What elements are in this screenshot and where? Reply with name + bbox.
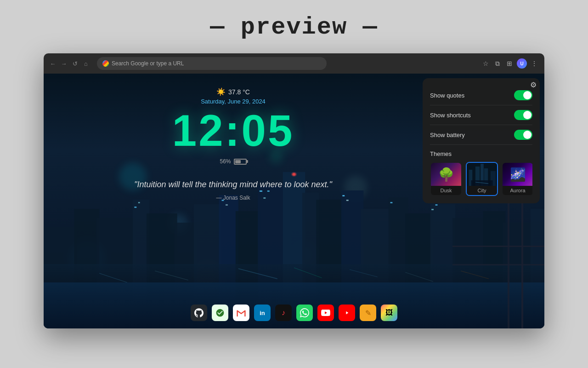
show-shortcuts-row: Show shortcuts	[430, 105, 532, 125]
tree-icon: 🌳	[431, 163, 461, 186]
svg-rect-34	[431, 209, 434, 210]
weather-icon: ☀️	[216, 87, 226, 96]
theme-city-label: City	[467, 186, 497, 195]
weather-row: ☀️ 37.8 °C	[216, 87, 250, 96]
show-quotes-toggle[interactable]	[514, 90, 532, 100]
google-icon	[102, 60, 109, 67]
show-shortcuts-toggle[interactable]	[514, 110, 532, 120]
svg-rect-35	[435, 204, 438, 206]
dock-github[interactable]	[191, 305, 207, 321]
battery-percent: 56%	[220, 158, 231, 165]
show-battery-toggle[interactable]	[514, 130, 532, 140]
svg-rect-54	[471, 180, 492, 186]
theme-city-preview	[467, 163, 497, 186]
dock-readwise[interactable]	[212, 305, 228, 321]
show-quotes-row: Show quotes	[430, 86, 532, 105]
themes-row: 🌳 Dusk	[430, 162, 532, 196]
address-bar[interactable]: Search Google or type a URL	[97, 57, 327, 70]
battery-icon	[234, 159, 247, 165]
menu-icon[interactable]: ⋮	[530, 59, 539, 68]
nav-refresh-button[interactable]: ↺	[71, 60, 79, 67]
photos-icon: 🖼	[385, 309, 393, 317]
aurora-icon: 🌌	[503, 163, 532, 186]
railing-svg	[452, 190, 544, 328]
browser-window: ← → ↺ ⌂ Search Google or type a URL ☆ ⧉ …	[44, 53, 544, 328]
bookmark-icon[interactable]: ☆	[481, 59, 490, 68]
dock-music[interactable]: ♪	[275, 305, 292, 321]
current-time: 12:05	[172, 109, 294, 153]
scratch-icon: ✎	[365, 309, 371, 317]
dock-gmail[interactable]	[233, 305, 249, 321]
theme-city[interactable]: City	[466, 162, 498, 196]
dock-scratch[interactable]: ✎	[360, 305, 376, 321]
dock-whatsapp[interactable]	[296, 305, 313, 321]
theme-aurora-preview: 🌌	[503, 163, 532, 186]
music-icon: ♪	[282, 309, 285, 317]
main-content: ☀️ 37.8 °C Saturday, June 29, 2024 12:05…	[44, 74, 423, 328]
toolbar-right: ☆ ⧉ ⊞ U ⋮	[481, 58, 539, 69]
nav-home-button[interactable]: ⌂	[82, 60, 90, 67]
browser-toolbar: ← → ↺ ⌂ Search Google or type a URL ☆ ⧉ …	[44, 53, 544, 74]
address-text: Search Google or type a URL	[112, 60, 184, 67]
svg-rect-46	[452, 246, 544, 247]
nav-forward-button[interactable]: →	[60, 60, 68, 67]
show-shortcuts-label: Show shortcuts	[430, 112, 471, 119]
dock-linkedin[interactable]: in	[254, 305, 271, 321]
preview-label: — preview —	[210, 14, 378, 41]
theme-aurora[interactable]: 🌌 Aurora	[502, 162, 532, 196]
theme-aurora-label: Aurora	[503, 186, 532, 195]
show-battery-label: Show battery	[430, 132, 465, 138]
battery-row: 56%	[220, 158, 246, 165]
linkedin-text: in	[260, 310, 265, 316]
settings-gear-button[interactable]: ⚙	[527, 78, 540, 91]
settings-panel: Show quotes Show shortcuts Show battery …	[423, 78, 540, 203]
dock-youtube-music[interactable]	[339, 305, 355, 321]
show-quotes-label: Show quotes	[430, 92, 464, 99]
theme-dusk-label: Dusk	[431, 186, 461, 195]
quote-author: — Jonas Salk	[216, 195, 250, 201]
quote-text: "Intuition will tell the thinking mind w…	[134, 178, 332, 191]
profile-avatar[interactable]: U	[517, 58, 527, 69]
nav-back-button[interactable]: ←	[49, 60, 57, 67]
theme-dusk-preview: 🌳	[431, 163, 461, 186]
svg-rect-44	[521, 190, 523, 328]
newtab-page: ⚙ Show quotes Show shortcuts Show batter…	[44, 74, 544, 328]
weather-temperature: 37.8 °C	[228, 88, 250, 96]
battery-fill	[235, 160, 241, 163]
svg-rect-45	[508, 190, 509, 328]
extensions-icon[interactable]: ⧉	[493, 59, 502, 68]
show-battery-row: Show battery	[430, 125, 532, 145]
extension2-icon[interactable]: ⊞	[505, 59, 514, 68]
themes-section-label: Themes	[430, 150, 532, 157]
dock: in ♪ ✎ 🖼	[191, 305, 397, 321]
dock-photos[interactable]: 🖼	[381, 305, 397, 321]
theme-dusk[interactable]: 🌳 Dusk	[430, 162, 462, 196]
svg-rect-47	[452, 264, 544, 265]
current-date: Saturday, June 29, 2024	[201, 98, 266, 105]
dock-youtube[interactable]	[317, 305, 334, 321]
